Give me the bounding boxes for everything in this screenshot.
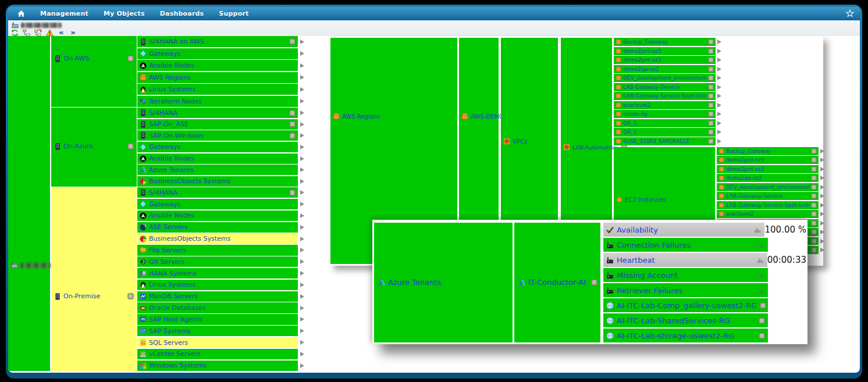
expand-arrow-icon[interactable] <box>717 58 721 62</box>
expand-arrow-icon[interactable] <box>717 40 721 44</box>
grid-menu-icon[interactable] <box>289 38 296 45</box>
expand-arrow-icon[interactable] <box>300 75 304 80</box>
expand-arrow-icon[interactable] <box>300 156 304 161</box>
instance-oraclevm2[interactable]: oraclevm2 <box>614 101 716 109</box>
tree-item-maxdb-servers[interactable]: MaxDB Servers <box>137 291 298 302</box>
tree-item-businessobjects-systems[interactable]: BusinessObjects Systems <box>137 233 298 244</box>
collapse-all-icon[interactable]: « <box>57 28 66 37</box>
grid-menu-icon[interactable] <box>760 302 766 309</box>
refresh-icon[interactable] <box>10 28 19 37</box>
expand-arrow-icon[interactable] <box>300 283 304 287</box>
chart-icon[interactable] <box>757 272 765 279</box>
tree-item-s-4hana[interactable]: S/4HANA <box>137 108 298 118</box>
expand-arrow-icon[interactable] <box>300 248 304 252</box>
grid-menu-icon[interactable] <box>289 110 296 116</box>
tree-item-git-servers[interactable]: Git Servers <box>137 256 298 267</box>
tree-item-businessobjects-systems[interactable]: BusinessObjects Systems <box>137 176 298 187</box>
grid-menu-icon[interactable] <box>811 157 817 163</box>
nav-item-management[interactable]: Management <box>40 10 88 17</box>
tree-item-ase-servers[interactable]: ASE Servers <box>137 222 298 233</box>
chart-icon[interactable] <box>757 287 765 294</box>
expand-arrow-icon[interactable] <box>300 87 304 92</box>
grid-menu-icon[interactable] <box>127 55 134 62</box>
expand-arrow-icon[interactable] <box>300 363 304 368</box>
expand-arrow-icon[interactable] <box>300 202 304 206</box>
expand-arrow-icon[interactable] <box>300 340 304 345</box>
grid-menu-icon[interactable] <box>811 229 817 235</box>
grid-menu-icon[interactable] <box>811 211 817 217</box>
tree-item-hana-systems[interactable]: HANA Systems <box>137 268 298 279</box>
chart-icon[interactable] <box>757 256 764 264</box>
grid-menu-icon[interactable] <box>759 317 765 324</box>
tree-item-azure-tenants[interactable]: Azure Tenants <box>137 165 298 175</box>
grid-menu-icon[interactable] <box>708 84 714 90</box>
expand-arrow-icon[interactable] <box>820 167 824 172</box>
nav-item-my-objects[interactable]: My Objects <box>104 10 145 17</box>
expand-arrow-icon[interactable] <box>820 203 824 208</box>
expand-arrow-icon[interactable] <box>300 306 304 310</box>
expand-arrow-icon[interactable] <box>300 110 304 115</box>
grid-menu-icon[interactable] <box>708 39 714 45</box>
instance-lab-gateway-service-spot-unlimited[interactable]: LAB-Gateway-Service-Spot-Unlimited <box>717 201 819 209</box>
grid-menu-icon[interactable] <box>708 93 714 99</box>
instance-dev-development-environment-cloud[interactable]: DEV_development_environment_Cloud <box>717 183 819 191</box>
tree-item-ansible-nodes[interactable]: AAnsible Nodes <box>137 153 298 164</box>
expand-arrow-icon[interactable] <box>300 237 304 241</box>
grid-menu-icon[interactable] <box>811 247 817 253</box>
tree-group-cell-on-aws[interactable]: On-AWS <box>51 36 137 107</box>
tree-item-linux-systems[interactable]: Linux Systems <box>137 280 298 290</box>
instance-lab-gateway-service-spot-unlimited[interactable]: LAB-Gateway-Service-Spot-Unlimited <box>614 92 716 100</box>
instance-demo2prd-oz3[interactable]: demo2prd-oz3 <box>717 156 819 164</box>
instance-dev-development-environment-cloud[interactable]: DEV_development_environment_Cloud <box>614 74 716 82</box>
tree-item-s-4hana-on-aws[interactable]: S/4HANA on AWS <box>137 36 298 47</box>
expand-arrow-icon[interactable] <box>820 230 824 234</box>
grid-menu-icon[interactable] <box>591 279 597 285</box>
expand-arrow-icon[interactable] <box>820 212 824 216</box>
instance-backup-gateway[interactable]: Backup_Gateway <box>717 147 819 155</box>
tree-item-ansible-nodes[interactable]: AAnsible Nodes <box>137 210 298 221</box>
grid-menu-icon[interactable] <box>811 184 817 190</box>
expand-arrow-icon[interactable] <box>717 85 721 90</box>
instance-lab-gateway-service[interactable]: LAB-Gateway-Service <box>614 83 716 91</box>
expand-arrow-icon[interactable] <box>717 94 721 98</box>
metric-connection-failures[interactable]: Connection Failures <box>603 238 768 252</box>
tree-item-sap-on-windows[interactable]: SAP-On-Windows <box>137 130 298 141</box>
expand-arrow-icon[interactable] <box>820 194 824 198</box>
grid-menu-icon[interactable] <box>127 293 134 299</box>
grid-menu-icon[interactable] <box>708 102 714 108</box>
tree-item-oracle-databases[interactable]: Oracle Databases <box>137 302 298 313</box>
expand-arrow-icon[interactable] <box>300 317 304 322</box>
grid-menu-icon[interactable] <box>708 48 714 54</box>
grid-menu-icon[interactable] <box>708 111 714 117</box>
expand-arrow-icon[interactable] <box>717 49 721 53</box>
expand-arrow-icon[interactable] <box>717 130 721 134</box>
tree-item-aws-regions[interactable]: AWS Regions <box>137 72 298 83</box>
tree-item-gateways[interactable]: Gateways <box>137 199 298 209</box>
expand-arrow-icon[interactable] <box>820 149 824 153</box>
metric-missing-account[interactable]: Missing Account <box>603 268 768 282</box>
expand-all-icon[interactable]: » <box>69 28 77 37</box>
expand-arrow-icon[interactable] <box>300 51 304 56</box>
home-icon[interactable] <box>17 10 25 17</box>
tree-item-ansible-nodes[interactable]: AAnsible Nodes <box>137 60 298 71</box>
instance-lab-gateway-service[interactable]: LAB-Gateway-Service <box>717 192 819 200</box>
tree-group-cell-on-premise[interactable]: On-Premise <box>51 187 137 371</box>
tree-item-sap-on-ase[interactable]: SAP-On_ASE <box>137 119 298 130</box>
grid-menu-icon[interactable] <box>127 143 134 149</box>
nav-item-dashboards[interactable]: Dashboards <box>160 10 204 17</box>
nav-item-support[interactable]: Support <box>219 10 248 17</box>
grid-menu-icon[interactable] <box>811 238 817 244</box>
expand-arrow-icon[interactable] <box>820 248 824 252</box>
expand-arrow-icon[interactable] <box>300 99 304 103</box>
expand-arrow-icon[interactable] <box>717 112 721 116</box>
expand-arrow-icon[interactable] <box>717 76 721 80</box>
grid-menu-icon[interactable] <box>708 57 714 63</box>
tree-item-terraform-nodes[interactable]: Terraform Nodes <box>137 96 298 107</box>
expand-arrow-icon[interactable] <box>820 185 824 190</box>
expand-arrow-icon[interactable] <box>300 259 304 264</box>
metric-availability[interactable]: Availability <box>603 223 764 237</box>
tree-item-linux-systems[interactable]: Linux Systems <box>137 84 298 95</box>
expand-arrow-icon[interactable] <box>300 225 304 230</box>
tree-sync-icon[interactable] <box>34 28 42 37</box>
it-conductor-ai-cell[interactable]: IT-Conductor-AI <box>514 223 600 342</box>
